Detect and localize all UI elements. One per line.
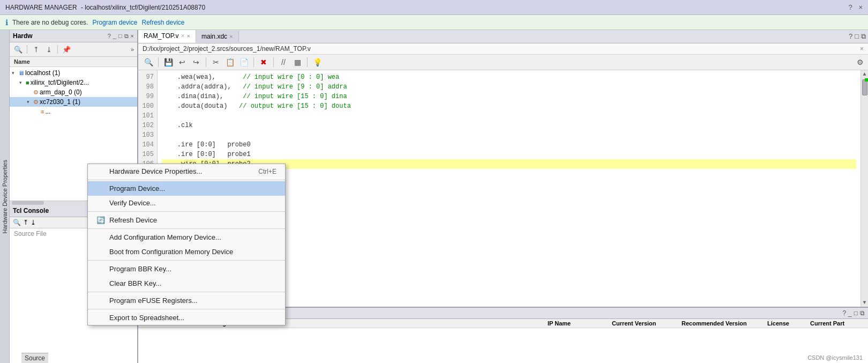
ctx-refresh-device[interactable]: 🔄 Refresh Device	[88, 213, 285, 227]
ed-sep-1	[158, 57, 159, 67]
ctx-verify-label: Verify Device...	[109, 199, 156, 207]
tab-ram-top-close[interactable]: ×	[187, 33, 190, 39]
tab-main-xdc-close[interactable]: ×	[229, 33, 233, 40]
file-path-close[interactable]: ×	[860, 45, 864, 53]
sidebar-label: Hardware Device Properties	[0, 30, 10, 363]
ed-paste-icon[interactable]: 📄	[238, 56, 250, 68]
ctx-clear-bbr[interactable]: Clear BBR Key...	[88, 276, 285, 291]
editor-restore-btn[interactable]: □	[855, 32, 859, 41]
hw-name-label: Name	[14, 58, 30, 65]
ctx-sep-4	[88, 260, 285, 261]
ed-redo-icon[interactable]: ↪	[190, 56, 202, 68]
ctx-boot-config-memory[interactable]: Boot from Configuration Memory Device	[88, 245, 285, 259]
tab-ram-top-label: RAM_TOP.v	[144, 32, 179, 40]
code-line-97: .wea(wea), // input wire [0 : 0] wea	[162, 72, 856, 82]
help-button[interactable]: ?	[849, 3, 852, 11]
tree-item-xc7z030[interactable]: ▾ ⚙ xc7z030_1 (1)	[10, 97, 137, 107]
close-button[interactable]: ×	[858, 3, 863, 11]
code-line-102: .clk	[162, 121, 856, 130]
bottom-minimize-btn[interactable]: _	[848, 309, 852, 317]
bottom-help-btn[interactable]: ?	[842, 309, 846, 317]
editor-tabs: RAM_TOP.v × × main.xdc × ? □ ⧉	[138, 30, 868, 43]
ed-delete-icon[interactable]: ✖	[258, 56, 270, 68]
scroll-thumb	[862, 79, 867, 95]
editor-help-btn[interactable]: ?	[849, 32, 852, 41]
ctx-program-label: Program Device...	[109, 184, 165, 192]
ctx-sep-1	[88, 180, 285, 180]
scroll-up-arrow[interactable]: ▲	[862, 70, 867, 78]
ed-copy-icon[interactable]: 📋	[224, 56, 236, 68]
editor-settings-icon[interactable]: ⚙	[857, 58, 864, 66]
line-num-99: 99	[141, 92, 154, 101]
title-controls[interactable]: ? ×	[849, 3, 863, 11]
tab-main-xdc-label: main.xdc	[201, 33, 227, 40]
bottom-maximize-btn[interactable]: ⧉	[860, 309, 865, 317]
ed-block-icon[interactable]: ▦	[291, 56, 303, 68]
ctx-hw-properties[interactable]: Hardware Device Properties... Ctrl+E	[88, 164, 285, 179]
refresh-device-link[interactable]: Refresh device	[141, 19, 184, 26]
hw-panel-header: Hardw ? _ □ ⧉ ×	[10, 30, 137, 42]
tree-item-arm-dap[interactable]: ⚙ arm_dap_0 (0)	[10, 87, 137, 97]
ctx-clear-bbr-label: Clear BBR Key...	[109, 279, 161, 287]
ed-save-icon[interactable]: 💾	[162, 56, 174, 68]
code-line-103	[162, 130, 856, 140]
app-title: HARDWARE MANAGER - localhost/xilinx_tcf/…	[5, 4, 205, 11]
hw-panel-controls: ? _ □ ⧉ ×	[108, 33, 134, 40]
tab-ram-top[interactable]: RAM_TOP.v × ×	[138, 30, 196, 43]
tree-item-localhost[interactable]: ▾ 🖥 localhost (1)	[10, 68, 137, 78]
ctx-sep-6	[88, 309, 285, 309]
code-line-101	[162, 111, 856, 121]
hw-expand-all-icon[interactable]: ⤓	[43, 44, 54, 55]
tcl-expand-icon[interactable]: ⤓	[31, 219, 36, 226]
program-device-link[interactable]: Program device	[92, 19, 137, 26]
hw-pin-icon[interactable]: 📌	[61, 44, 72, 55]
ed-comment-icon[interactable]: //	[278, 56, 289, 68]
ctx-add-config-memory[interactable]: Add Configuration Memory Device...	[88, 230, 285, 245]
tree-item-xilinx[interactable]: ▾ ■ xilinx_tcf/Digilent/2...	[10, 78, 137, 87]
ed-search-icon[interactable]: 🔍	[143, 56, 154, 68]
watermark: CSDN @icysmile131	[807, 354, 863, 361]
ctx-program-device[interactable]: Program Device...	[88, 181, 285, 196]
line-num-105: 105	[141, 150, 154, 159]
ctx-sep-3	[88, 228, 285, 229]
ctx-program-efuse[interactable]: Program eFUSE Registers...	[88, 293, 285, 308]
tcl-collapse-icon[interactable]: ⤒	[23, 219, 28, 226]
ed-undo-icon[interactable]: ↩	[176, 56, 188, 68]
ctx-program-bbr[interactable]: Program BBR Key...	[88, 262, 285, 276]
tcl-search-icon[interactable]: 🔍	[13, 219, 21, 226]
tree-item-child[interactable]: ≡ ...	[10, 107, 137, 116]
tree-label-xc7z030: xc7z030_1 (1)	[40, 98, 80, 106]
line-num-100: 100	[141, 101, 154, 111]
hw-collapse-all-icon[interactable]: ⤒	[31, 44, 41, 55]
ctx-export-spreadsheet[interactable]: Export to Spreadsheet...	[88, 310, 285, 325]
ed-sep-2	[206, 57, 206, 67]
col-current-version: Current Version	[612, 320, 682, 327]
col-recommended-version: Recommended Version	[682, 320, 767, 327]
hw-maximize-button[interactable]: ⧉	[124, 33, 129, 40]
line-num-102: 102	[141, 121, 154, 130]
info-icon: ℹ	[5, 18, 8, 27]
tab-main-xdc[interactable]: main.xdc ×	[196, 31, 238, 42]
ed-cut-icon[interactable]: ✂	[210, 56, 222, 68]
line-num-98: 98	[141, 82, 154, 92]
hw-close-button[interactable]: ×	[131, 33, 134, 40]
tree-icon-xilinx: ■	[26, 79, 29, 86]
ctx-boot-config-label: Boot from Configuration Memory Device	[109, 248, 233, 256]
editor-maximize-btn[interactable]: ⧉	[861, 32, 866, 41]
hw-help-button[interactable]: ?	[108, 33, 111, 40]
scroll-down-arrow[interactable]: ▼	[862, 299, 867, 307]
sidebar-label-text: Hardware Device Properties	[2, 160, 8, 234]
tree-label-child: ...	[45, 108, 50, 115]
hw-minimize-button[interactable]: _	[113, 33, 116, 40]
scroll-track[interactable]	[861, 78, 868, 299]
ctx-verify-device[interactable]: Verify Device...	[88, 196, 285, 210]
editor-right-scrollbar[interactable]: ▲ ▼	[860, 70, 868, 307]
hw-panel-title: Hardw	[13, 32, 33, 40]
hw-expand-button[interactable]: »	[131, 46, 134, 53]
bottom-restore-btn[interactable]: □	[854, 309, 858, 317]
ctx-program-bbr-label: Program BBR Key...	[109, 265, 171, 273]
line-num-101: 101	[141, 111, 154, 121]
hw-search-icon[interactable]: 🔍	[13, 44, 24, 55]
hw-restore-button[interactable]: □	[118, 33, 122, 40]
ed-hint-icon[interactable]: 💡	[311, 56, 323, 68]
